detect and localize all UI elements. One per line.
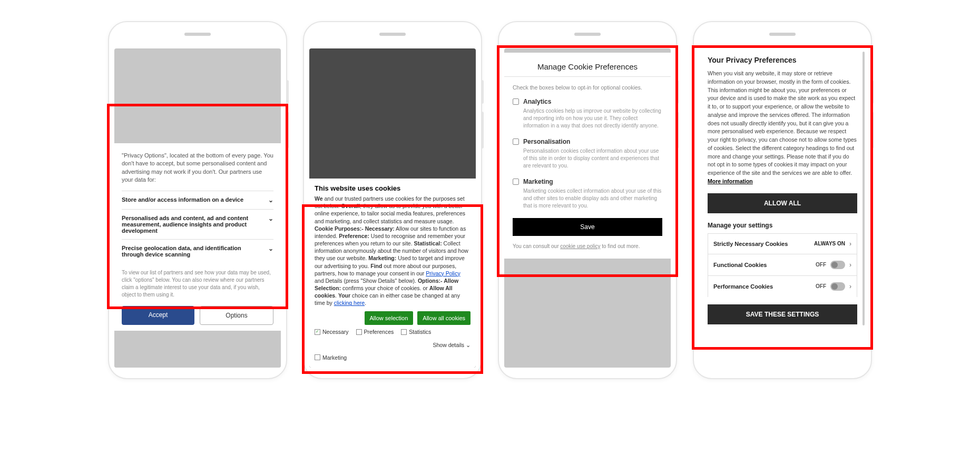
option-label: Personalisation [523, 138, 570, 145]
phone-frame-3: Manage Cookie Preferences Check the boxe… [498, 21, 677, 379]
more-information-link[interactable]: More information [708, 178, 753, 184]
show-details-toggle[interactable]: Show details⌄ [433, 341, 471, 349]
cookie-option: Analytics Analytics cookies help us impr… [513, 98, 662, 130]
privacy-policy-link[interactable]: Privacy Policy [426, 270, 460, 276]
manage-settings-heading: Manage your settings [708, 222, 857, 229]
off-label: OFF [816, 262, 826, 268]
always-on-label: ALWAYS ON [814, 241, 845, 246]
functional-toggle[interactable] [830, 261, 845, 269]
chevron-right-icon: › [849, 283, 851, 290]
analytics-checkbox[interactable] [513, 98, 519, 105]
off-label: OFF [816, 283, 826, 289]
consent-dialog-3: Manage Cookie Preferences Check the boxe… [504, 53, 671, 259]
dialog-subtitle: Check the boxes below to opt-in for opti… [513, 84, 662, 91]
marketing-checkbox[interactable] [315, 354, 320, 360]
allow-selection-button[interactable]: Allow selection [365, 311, 414, 325]
dialog-body: When you visit any website, it may store… [708, 70, 857, 186]
divider [504, 76, 671, 77]
chevron-down-icon: ⌄ [268, 245, 273, 252]
phone-frame-1: "Privacy Options", located at the bottom… [108, 21, 287, 379]
option-label: Analytics [523, 98, 551, 105]
consent-dialog-1: "Privacy Options", located at the bottom… [114, 143, 281, 335]
footer-text: You can consult our cookie use policy to… [513, 243, 662, 249]
consent-dialog-2: This website uses cookies We and our tru… [309, 179, 476, 368]
cookie-category-row[interactable]: Performance Cookies OFF › [708, 275, 857, 297]
cookie-category-row[interactable]: Functional Cookies OFF › [708, 254, 857, 275]
row-label: Strictly Necessary Cookies [713, 241, 788, 247]
preferences-checkbox[interactable] [356, 329, 362, 335]
phone-frame-4: Your Privacy Preferences When you visit … [693, 21, 872, 379]
intro-text: "Privacy Options", located at the bottom… [122, 152, 273, 184]
allow-all-button[interactable]: Allow all cookies [417, 311, 471, 325]
scrollbar[interactable] [863, 52, 865, 325]
background-overlay [114, 331, 281, 368]
option-description: Analytics cookies help us improve our we… [523, 107, 662, 130]
purpose-label: Precise geolocation data, and identifica… [122, 245, 263, 258]
option-description: Personalisation cookies collect informat… [523, 147, 662, 170]
cookie-option: Personalisation Personalisation cookies … [513, 138, 662, 170]
option-description: Marketing cookies collect information ab… [523, 187, 662, 210]
marketing-checkbox[interactable] [513, 179, 519, 185]
accept-button[interactable]: Accept [122, 306, 194, 325]
performance-toggle[interactable] [830, 282, 845, 291]
purpose-label: Personalised ads and content, ad and con… [122, 215, 263, 234]
chevron-right-icon: › [849, 240, 851, 248]
save-settings-button[interactable]: SAVE THESE SETTINGS [708, 304, 857, 324]
screen-3: Manage Cookie Preferences Check the boxe… [504, 48, 671, 368]
row-label: Functional Cookies [713, 262, 767, 268]
cookie-option: Marketing Marketing cookies collect info… [513, 178, 662, 210]
dialog-title: Manage Cookie Preferences [513, 62, 662, 71]
phone-frame-2: This website uses cookies We and our tru… [303, 21, 482, 379]
footnote-text: To view our list of partners and see how… [122, 269, 273, 299]
statistics-checkbox[interactable] [401, 329, 407, 335]
consent-dialog-4: Your Privacy Preferences When you visit … [699, 48, 866, 333]
chevron-down-icon: ⌄ [466, 341, 471, 349]
personalisation-checkbox[interactable] [513, 139, 519, 145]
screen-4: Your Privacy Preferences When you visit … [699, 48, 866, 368]
chevron-down-icon: ⌄ [268, 196, 273, 204]
dialog-title: This website uses cookies [315, 184, 471, 193]
purpose-row[interactable]: Store and/or access information on a dev… [122, 191, 273, 209]
purpose-row[interactable]: Precise geolocation data, and identifica… [122, 239, 273, 263]
purpose-label: Store and/or access information on a dev… [122, 196, 243, 203]
row-label: Performance Cookies [713, 283, 773, 290]
cookie-policy-link[interactable]: cookie use policy [560, 243, 600, 249]
chevron-right-icon: › [849, 261, 851, 269]
screen-2: This website uses cookies We and our tru… [309, 48, 476, 368]
screen-1: "Privacy Options", located at the bottom… [114, 48, 281, 368]
options-button[interactable]: Options [200, 306, 273, 325]
cookie-category-row[interactable]: Strictly Necessary Cookies ALWAYS ON › [708, 233, 857, 254]
chevron-down-icon: ⌄ [268, 215, 273, 222]
option-label: Marketing [523, 178, 553, 185]
allow-all-button[interactable]: ALLOW ALL [708, 193, 857, 213]
dialog-title: Your Privacy Preferences [708, 56, 857, 64]
purpose-row[interactable]: Personalised ads and content, ad and con… [122, 209, 273, 239]
necessary-checkbox[interactable] [315, 329, 320, 335]
save-button[interactable]: Save [513, 218, 662, 236]
clicking-here-link[interactable]: clicking here [334, 300, 365, 306]
dialog-body: We and our trusted partners use cookies … [315, 195, 471, 307]
